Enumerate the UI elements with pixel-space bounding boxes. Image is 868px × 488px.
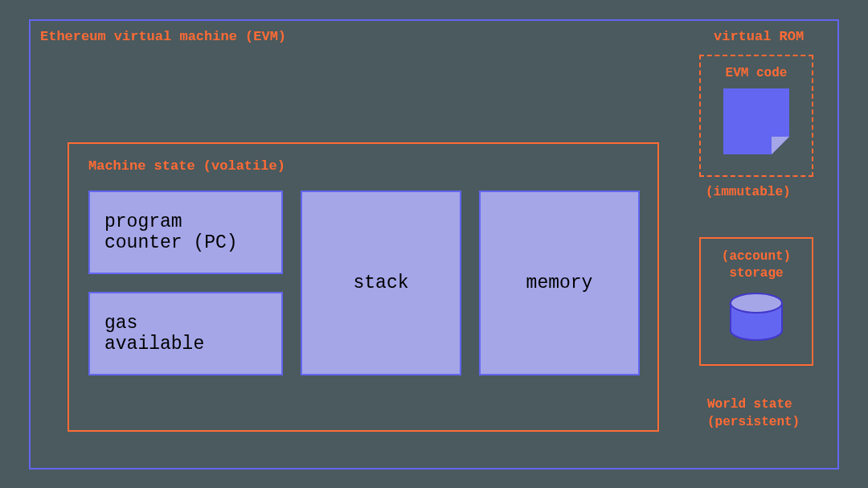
evm-code-box: EVM code: [699, 55, 813, 177]
virtual-rom-label: virtual ROM: [714, 29, 804, 44]
stack-box: stack: [301, 191, 461, 375]
program-counter-box: program counter (PC): [88, 191, 283, 274]
memory-box: memory: [479, 191, 640, 375]
document-page-icon: [723, 88, 789, 154]
gas-available-box: gas available: [88, 292, 283, 375]
evm-title: Ethereum virtual machine (EVM): [40, 29, 286, 44]
svg-point-2: [731, 293, 782, 313]
evm-code-label: EVM code: [726, 66, 788, 80]
account-storage-label: (account) storage: [722, 248, 791, 282]
stack-label: stack: [353, 273, 408, 293]
account-storage-box: (account) storage: [699, 237, 813, 366]
database-cylinder-icon: [727, 292, 785, 342]
machine-state-title: Machine state (volatile): [88, 158, 285, 174]
memory-label: memory: [526, 273, 593, 293]
immutable-label: (immutable): [706, 185, 791, 199]
gas-available-label: gas available: [104, 313, 204, 355]
program-counter-label: program counter (PC): [104, 211, 238, 253]
world-state-label: World state (persistent): [707, 396, 800, 432]
